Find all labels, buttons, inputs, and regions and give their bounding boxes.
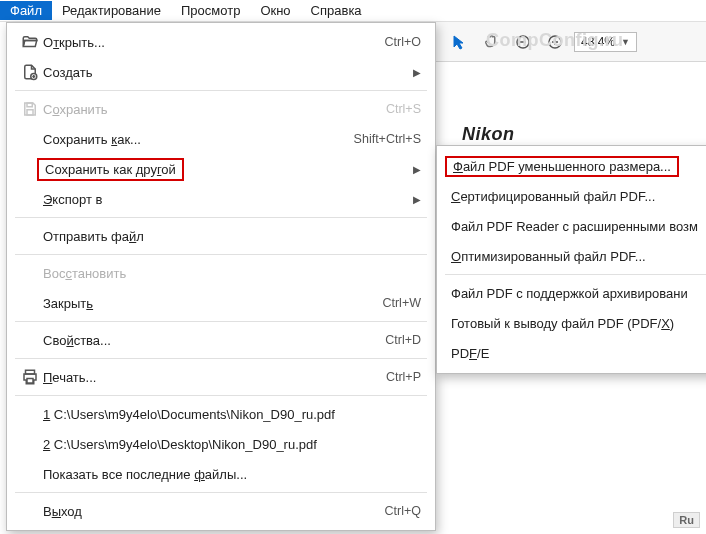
zoom-value: 48,4% [581,35,615,49]
zoom-out-icon[interactable] [510,29,536,55]
submenu-item[interactable]: Файл PDF уменьшенного размера... [437,151,706,181]
svg-rect-11 [27,379,33,384]
shortcut: Ctrl+P [386,370,421,384]
chevron-down-icon: ▼ [621,37,630,47]
submenu-item[interactable]: Сертифицированный файл PDF... [437,181,706,211]
save-icon [17,100,43,118]
separator [15,254,427,255]
shortcut: Shift+Ctrl+S [354,132,421,146]
separator [15,395,427,396]
menu-item[interactable]: Показать все последние файлы... [7,459,435,489]
submenu-item[interactable]: Оптимизированный файл PDF... [437,241,706,271]
submenu-arrow-icon: ▶ [409,164,421,175]
menu-item[interactable]: Сохранить как другой▶ [7,154,435,184]
language-badge: Ru [673,512,700,528]
brand-logo: Nikon [462,124,515,145]
separator [15,358,427,359]
menu-view[interactable]: Просмотр [171,1,250,20]
menu-item[interactable]: Отправить файл [7,221,435,251]
menu-item-label: 2 C:\Users\m9y4elo\Desktop\Nikon_D90_ru.… [43,437,421,452]
menu-item[interactable]: Сохранить как...Shift+Ctrl+S [7,124,435,154]
menu-item[interactable]: Открыть...Ctrl+O [7,27,435,57]
separator [15,321,427,322]
select-tool-icon[interactable] [446,29,472,55]
toolbar: CompConfig.ru 48,4% ▼ [436,22,706,62]
submenu-item[interactable]: Готовый к выводу файл PDF (PDF/X) [437,308,706,338]
submenu-item[interactable]: Файл PDF с поддержкой архивировани [437,278,706,308]
submenu-arrow-icon: ▶ [409,67,421,78]
menubar: Файл Редактирование Просмотр Окно Справк… [0,0,706,22]
shortcut: Ctrl+Q [385,504,421,518]
zoom-level[interactable]: 48,4% ▼ [574,32,637,52]
menu-item[interactable]: ЗакрытьCtrl+W [7,288,435,318]
folder-open-icon [17,33,43,51]
menu-item[interactable]: ВыходCtrl+Q [7,496,435,526]
menu-item: СохранитьCtrl+S [7,94,435,124]
zoom-in-icon[interactable] [542,29,568,55]
file-menu-dropdown: Открыть...Ctrl+OСоздать▶СохранитьCtrl+SС… [6,22,436,531]
menu-item-label: Закрыть [43,296,382,311]
menu-item-label: Свойства... [43,333,385,348]
file-plus-icon [17,63,43,81]
menu-item[interactable]: Создать▶ [7,57,435,87]
menu-item-label: Показать все последние файлы... [43,467,421,482]
separator [15,492,427,493]
submenu-item[interactable]: PDF/E [437,338,706,368]
menu-edit[interactable]: Редактирование [52,1,171,20]
menu-item-label: Создать [43,65,409,80]
menu-item[interactable]: 1 C:\Users\m9y4elo\Documents\Nikon_D90_r… [7,399,435,429]
menu-item: Восстановить [7,258,435,288]
svg-rect-8 [27,103,32,107]
menu-item[interactable]: Свойства...Ctrl+D [7,325,435,355]
menu-help[interactable]: Справка [301,1,372,20]
submenu-arrow-icon: ▶ [409,194,421,205]
menu-item-label: Открыть... [43,35,385,50]
separator [15,217,427,218]
menu-item-label: Сохранить как... [43,132,354,147]
menu-item-label: 1 C:\Users\m9y4elo\Documents\Nikon_D90_r… [43,407,421,422]
hand-tool-icon[interactable] [478,29,504,55]
shortcut: Ctrl+D [385,333,421,347]
menu-file[interactable]: Файл [0,1,52,20]
save-as-other-submenu: Файл PDF уменьшенного размера...Сертифиц… [436,145,706,374]
menu-item-label: Выход [43,504,385,519]
printer-icon [17,368,43,386]
shortcut: Ctrl+O [385,35,421,49]
menu-item-label: Сохранить как другой [43,158,409,181]
shortcut: Ctrl+W [382,296,421,310]
svg-rect-9 [27,110,33,115]
menu-window[interactable]: Окно [250,1,300,20]
menu-item-label: Отправить файл [43,229,421,244]
menu-item-label: Печать... [43,370,386,385]
menu-item-label: Сохранить [43,102,386,117]
menu-item-label: Экспорт в [43,192,409,207]
menu-item[interactable]: 2 C:\Users\m9y4elo\Desktop\Nikon_D90_ru.… [7,429,435,459]
shortcut: Ctrl+S [386,102,421,116]
submenu-item[interactable]: Файл PDF Reader с расширенными возм [437,211,706,241]
separator [445,274,706,275]
separator [15,90,427,91]
menu-item-label: Восстановить [43,266,421,281]
menu-item[interactable]: Печать...Ctrl+P [7,362,435,392]
menu-item[interactable]: Экспорт в▶ [7,184,435,214]
